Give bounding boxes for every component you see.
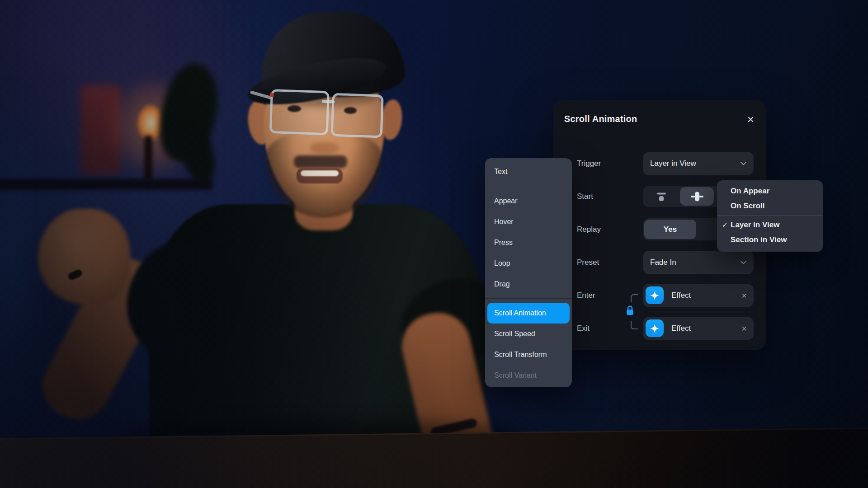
close-icon[interactable]: × — [747, 113, 754, 125]
layer-menu-header: Text — [485, 158, 572, 185]
align-top-icon — [656, 191, 667, 202]
menu-item-drag[interactable]: Drag — [485, 274, 572, 295]
menu-divider — [485, 298, 572, 299]
popup-item-layer-in-view[interactable]: ✓ Layer in View — [717, 217, 823, 232]
link-bracket-top — [631, 294, 638, 302]
remove-effect-icon[interactable]: × — [741, 324, 747, 333]
replay-label: Replay — [577, 225, 643, 234]
panel-title: Scroll Animation — [564, 114, 637, 124]
menu-item-scroll-transform[interactable]: Scroll Transform — [485, 344, 572, 365]
start-option-transition[interactable] — [680, 187, 714, 206]
trigger-value: Layer in View — [650, 159, 696, 168]
chevron-down-icon — [741, 261, 746, 264]
menu-item-hover[interactable]: Hover — [485, 211, 572, 232]
remove-effect-icon[interactable]: × — [741, 291, 747, 300]
enter-effect-chip[interactable]: Effect × — [643, 284, 754, 307]
transition-handle-icon — [690, 190, 704, 203]
layer-menu-list: Appear Hover Press Loop Drag Scroll Anim… — [485, 185, 572, 386]
start-label: Start — [577, 192, 643, 201]
preset-label: Preset — [577, 258, 643, 267]
sparkle-effect-icon — [646, 286, 664, 304]
link-bracket-bottom — [631, 321, 638, 329]
trigger-options-popup: On Appear On Scroll ✓ Layer in View Sect… — [717, 180, 823, 252]
sparkle-effect-icon — [646, 319, 664, 337]
checkmark-icon: ✓ — [722, 221, 728, 229]
panel-header: Scroll Animation × — [553, 100, 766, 138]
popup-item-on-scroll[interactable]: On Scroll — [717, 198, 823, 213]
enter-row: Enter Effect × — [553, 279, 766, 312]
exit-effect-chip[interactable]: Effect × — [643, 317, 754, 340]
popup-item-on-appear[interactable]: On Appear — [717, 183, 823, 198]
layer-context-menu: Text Appear Hover Press Loop Drag Scroll… — [485, 158, 572, 387]
replay-yes-button[interactable]: Yes — [644, 220, 696, 239]
lock-icon[interactable] — [626, 305, 634, 316]
trigger-label: Trigger — [577, 159, 643, 168]
menu-item-scroll-variant: Scroll Variant — [485, 365, 572, 386]
trigger-row: Trigger Layer in View — [553, 147, 766, 180]
popup-divider — [717, 215, 823, 216]
exit-row: Exit Effect × — [553, 312, 766, 345]
menu-item-press[interactable]: Press — [485, 232, 572, 253]
menu-item-appear[interactable]: Appear — [485, 191, 572, 211]
preset-select[interactable]: Fade In — [643, 251, 754, 274]
popup-item-section-in-view[interactable]: Section in View — [717, 232, 823, 247]
popup-item-label: Layer in View — [731, 221, 779, 230]
menu-item-scroll-speed[interactable]: Scroll Speed — [485, 324, 572, 344]
enter-effect-label: Effect — [671, 291, 691, 300]
trigger-select[interactable]: Layer in View — [643, 152, 754, 175]
video-frame: Scroll Animation × Trigger Layer in View… — [0, 0, 868, 488]
start-option-instant[interactable] — [643, 186, 679, 207]
chevron-down-icon — [741, 162, 746, 165]
exit-effect-label: Effect — [671, 324, 691, 333]
menu-item-loop[interactable]: Loop — [485, 253, 572, 274]
preset-value: Fade In — [650, 258, 676, 267]
menu-item-scroll-animation[interactable]: Scroll Animation — [487, 303, 570, 324]
